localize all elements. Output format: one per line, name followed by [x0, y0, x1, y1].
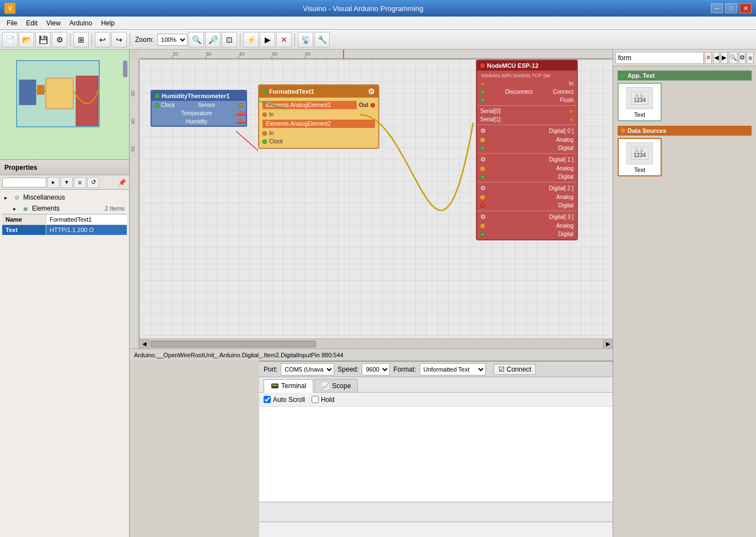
tree-miscellaneous[interactable]: ▸ ⚙ Miscellaneous [2, 192, 127, 203]
tree-toggle-misc: ▸ [4, 195, 12, 201]
zoom-in-button[interactable]: 🔍 [189, 32, 204, 47]
menu-view[interactable]: View [42, 18, 65, 28]
digital2-analog-row: Analog [477, 193, 577, 201]
nodemcu-header: NodeMCU ESP-12 [477, 61, 577, 71]
board-button[interactable]: 🔧 [314, 32, 330, 47]
menu-edit[interactable]: Edit [22, 18, 42, 28]
digital2-group: ⚙ Digital[ 2 ] Analog Digital [477, 182, 577, 210]
tree-icon-elements: ◉ [21, 204, 30, 213]
scroll-thumb-h[interactable] [151, 341, 316, 347]
zoom-reset-button[interactable]: 🔎 [205, 32, 221, 47]
stop-button[interactable]: ✕ [276, 32, 292, 47]
zoom-fit-button[interactable]: ⊡ [222, 32, 237, 47]
props-row-name: Name FormattedText1 [2, 214, 127, 225]
scroll-left-arrow[interactable]: ◀ [140, 339, 149, 349]
connect-button[interactable]: ☑ Connect [494, 364, 537, 375]
in2-row: In [259, 129, 378, 137]
digital1-digital-row: Digital [477, 173, 577, 181]
pin-humidity-label: Humidity [186, 119, 207, 125]
humidity-thermometer-node[interactable]: HumidityThermometer1 Clock Sensor [151, 90, 247, 127]
digital2-label: Digital[ 2 ] [549, 185, 573, 191]
tree-elements[interactable]: ▸ ◉ Elements 2 Items [2, 203, 127, 214]
search-input[interactable] [615, 52, 704, 64]
props-row-text[interactable]: Text HTTP/1.1 200 O [2, 225, 127, 235]
nodemcu-serial1-label: Serial[1] [480, 116, 501, 122]
menu-arduino[interactable]: Arduino [65, 18, 96, 28]
props-reset-button[interactable]: ↺ [87, 177, 99, 188]
search-options-button[interactable]: ⚙ [739, 52, 746, 64]
svg-text:30: 30 [206, 51, 211, 57]
digital1-group: ⚙ Digital[ 1 ] Analog Digital [477, 153, 577, 181]
new-button[interactable]: 📄 [2, 32, 18, 47]
redo-button[interactable]: ↪ [111, 32, 127, 47]
search-next-button[interactable]: ▶ [721, 52, 728, 64]
save-button[interactable]: 💾 [35, 32, 51, 47]
menu-file[interactable]: File [2, 18, 22, 28]
tree-label-misc: Miscellaneous [23, 194, 125, 201]
center-area: 20 30 40 50 60 30 40 [130, 50, 613, 537]
scroll-right-arrow[interactable]: ▶ [603, 339, 613, 349]
nodemcu-flush-pin [480, 98, 485, 103]
format-select[interactable]: Unformatted Text [420, 363, 486, 375]
open-button[interactable]: 📂 [19, 32, 34, 47]
minimize-button[interactable]: ─ [711, 3, 723, 13]
out-label: Out [359, 102, 368, 108]
autoscroll-checkbox[interactable] [264, 396, 271, 403]
props-expand-button[interactable]: ▸ [47, 177, 60, 188]
port-label: Port: [264, 366, 277, 373]
close-button[interactable]: ✕ [739, 3, 752, 13]
window-controls: ─ □ ✕ [711, 3, 752, 13]
ruler-vertical: 30 40 50 [130, 60, 140, 348]
canvas-background[interactable]: HumidityThermometer1 Clock Sensor [140, 60, 613, 339]
props-collapse-button[interactable]: ▾ [61, 177, 73, 188]
digital3-digital-row: Digital [477, 230, 577, 238]
props-key-text: Text [2, 225, 46, 235]
upload-button[interactable]: ▶ [260, 32, 275, 47]
canvas-scrollbar-h[interactable]: ◀ ▶ [140, 339, 613, 348]
data-sources-text-card[interactable]: 1. 1. 1234 Text [618, 138, 662, 176]
scope-tab-icon: 📈 [321, 382, 330, 390]
port-toolbar: Port: COM5 (Unava Speed: 9600 Format: Un… [259, 362, 613, 377]
terminal-output [259, 407, 613, 502]
terminal-tab[interactable]: 📟 Terminal [264, 379, 313, 393]
serial-button[interactable]: 📡 [298, 32, 313, 47]
in1-label: In [269, 111, 274, 117]
search-prev-button[interactable]: ◀ [713, 52, 720, 64]
in2-pin [262, 131, 267, 136]
toolbar-icon4[interactable]: ⚙ [52, 32, 67, 47]
menu-help[interactable]: Help [96, 18, 119, 28]
search-button[interactable]: 🔍 [729, 52, 738, 64]
icon-1334-app: 1. 1. 1234 [631, 92, 648, 105]
properties-toolbar: ▸ ▾ ≡ ↺ 📌 [0, 175, 129, 190]
search-filter-button[interactable]: ≡ [747, 52, 754, 64]
nodemcu-serial0-row: Serial[0] [477, 107, 577, 115]
window-title: Visuino - Visual Arduino Programming [15, 4, 711, 13]
undo-button[interactable]: ↩ [95, 32, 110, 47]
autoscroll-label[interactable]: Auto Scroll [264, 396, 305, 404]
speed-select[interactable]: 9600 [362, 363, 390, 375]
port-select[interactable]: COM5 (Unava [281, 363, 334, 375]
grid-button[interactable]: ⊞ [73, 32, 89, 47]
zoom-select[interactable]: 50% 75% 100% 125% 150% 200% [157, 34, 187, 46]
search-clear-button[interactable]: ✕ [705, 52, 712, 64]
hold-checkbox[interactable] [312, 396, 319, 403]
scope-tab[interactable]: 📈 Scope [314, 379, 358, 392]
toolbar: 📄 📂 💾 ⚙ ⊞ ↩ ↪ Zoom: 50% 75% 100% 125% 15… [0, 30, 756, 50]
nodemcu-node[interactable]: NodeMCU ESP-12 Modules.WiFi.Sockets.TCP … [476, 60, 578, 240]
formatted-settings-icon[interactable]: ⚙ [368, 87, 375, 96]
formatted-text-node[interactable]: FormattedText1 ⚙ Elements.AnalogElement1… [258, 84, 379, 149]
props-val-text[interactable]: HTTP/1.1 200 O [46, 225, 127, 235]
scope-tab-label: Scope [332, 382, 351, 390]
hold-label[interactable]: Hold [312, 396, 335, 404]
props-filter-button[interactable]: ≡ [74, 177, 86, 188]
properties-search[interactable] [2, 178, 46, 187]
props-pin-button[interactable]: 📌 [117, 178, 127, 187]
canvas-status-bar: Arduino.__OpenWireRootUnit_.Arduino.Digi… [130, 348, 613, 361]
svg-rect-4 [46, 78, 73, 109]
app-text-card-icon: 1. 1. 1234 [626, 87, 653, 109]
compile-button[interactable]: ⚡ [243, 32, 259, 47]
restore-button[interactable]: □ [725, 3, 737, 13]
digital3-group: ⚙ Digital[ 3 ] Analog Digital [477, 211, 577, 238]
app-text-card[interactable]: 1. 1. 1234 Text [618, 83, 662, 121]
separator5 [294, 33, 295, 46]
